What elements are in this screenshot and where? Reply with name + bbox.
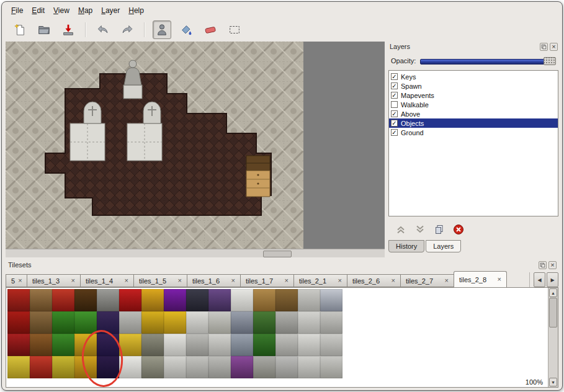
menu-item-map[interactable]: Map bbox=[74, 5, 97, 16]
tileset-tile[interactable] bbox=[30, 289, 52, 311]
tileset-tile[interactable] bbox=[52, 289, 74, 311]
tileset-tile[interactable] bbox=[208, 311, 231, 334]
tab-close-icon[interactable]: × bbox=[392, 277, 395, 284]
map-canvas[interactable] bbox=[6, 42, 303, 249]
tileset-tile[interactable] bbox=[119, 356, 141, 378]
tileset-tab-tiles_1_6[interactable]: tiles_1_6× bbox=[187, 274, 240, 287]
layer-row-above[interactable]: ✓Above bbox=[389, 109, 558, 118]
checkbox-above[interactable]: ✓ bbox=[391, 110, 398, 117]
tileset-tile[interactable] bbox=[74, 356, 97, 378]
tileset-tile[interactable] bbox=[208, 289, 231, 311]
tab-close-icon[interactable]: × bbox=[498, 276, 501, 283]
tileset-tile[interactable] bbox=[253, 356, 275, 378]
tileset-tile[interactable] bbox=[141, 311, 164, 334]
tileset-tab-tiles_1_3[interactable]: tiles_1_3× bbox=[27, 274, 80, 287]
menu-item-layer[interactable]: Layer bbox=[97, 5, 124, 16]
tileset-tile[interactable] bbox=[186, 311, 208, 334]
tileset-tab-tiles_2_6[interactable]: tiles_2_6× bbox=[347, 274, 400, 287]
tileset-tile[interactable] bbox=[7, 289, 30, 311]
tab-close-icon[interactable]: × bbox=[285, 277, 289, 284]
tileset-tile[interactable] bbox=[74, 289, 97, 311]
close-panel-icon[interactable]: × bbox=[548, 261, 557, 269]
tileset-tile[interactable] bbox=[164, 356, 186, 378]
select-tool-button[interactable] bbox=[225, 20, 244, 39]
map-hscroll-thumb[interactable] bbox=[263, 251, 292, 257]
tab-close-icon[interactable]: × bbox=[71, 277, 75, 284]
save-button[interactable] bbox=[59, 20, 78, 39]
tileset-tile[interactable] bbox=[141, 356, 164, 378]
tileset-tab-tiles_2_7[interactable]: tiles_2_7× bbox=[400, 274, 454, 287]
tileset-tile[interactable] bbox=[52, 356, 74, 378]
tab-scroll-right-icon[interactable]: ▶ bbox=[547, 272, 558, 287]
tileset-tile[interactable] bbox=[298, 311, 320, 334]
tileset-tile[interactable] bbox=[231, 334, 253, 356]
tileset-tile[interactable] bbox=[7, 334, 30, 356]
tileset-tile[interactable] bbox=[164, 334, 186, 356]
menu-item-file[interactable]: File bbox=[7, 5, 27, 16]
layer-row-ground[interactable]: ✓Ground bbox=[389, 128, 558, 137]
tileset-tile[interactable] bbox=[320, 311, 342, 334]
tileset-tile[interactable] bbox=[275, 289, 298, 311]
tileset-tile[interactable] bbox=[7, 356, 30, 378]
tileset-tile[interactable] bbox=[7, 311, 30, 334]
tileset-tile[interactable] bbox=[74, 311, 97, 334]
checkbox-keys[interactable]: ✓ bbox=[391, 73, 398, 80]
checkbox-ground[interactable]: ✓ bbox=[391, 129, 398, 136]
tileset-tile[interactable] bbox=[119, 311, 141, 334]
tab-close-icon[interactable]: × bbox=[125, 277, 128, 284]
tileset-tile[interactable] bbox=[231, 311, 253, 334]
tileset-tile[interactable] bbox=[52, 334, 74, 356]
tab-close-icon[interactable]: × bbox=[338, 277, 342, 284]
tileset-tile[interactable] bbox=[186, 356, 208, 378]
eraser-tool-button[interactable] bbox=[201, 20, 220, 39]
layer-duplicate-button[interactable] bbox=[433, 223, 445, 236]
layer-row-keys[interactable]: ✓Keys bbox=[389, 72, 558, 81]
layer-row-walkable[interactable]: Walkable bbox=[389, 100, 558, 109]
tileset-tile[interactable] bbox=[164, 311, 186, 334]
tileset-tile[interactable] bbox=[275, 311, 298, 334]
tileset-tile[interactable] bbox=[52, 311, 74, 334]
tileset-tile[interactable] bbox=[231, 289, 253, 311]
tileset-tile[interactable] bbox=[275, 356, 298, 378]
checkbox-objects[interactable]: ✓ bbox=[391, 120, 398, 127]
opacity-slider-track[interactable] bbox=[420, 59, 555, 65]
checkbox-mapevents[interactable]: ✓ bbox=[391, 92, 398, 99]
float-panel-icon[interactable] bbox=[539, 261, 547, 269]
new-file-button[interactable] bbox=[11, 20, 29, 39]
tileset-tile[interactable] bbox=[208, 356, 231, 378]
tileset-tile[interactable] bbox=[74, 334, 97, 356]
tab-close-icon[interactable]: × bbox=[18, 277, 22, 284]
scroll-down-icon[interactable]: ▼ bbox=[549, 378, 557, 386]
layer-row-spawn[interactable]: ✓Spawn bbox=[389, 81, 558, 91]
menu-item-help[interactable]: Help bbox=[124, 5, 148, 16]
tab-scroll-left-icon[interactable]: ◀ bbox=[534, 272, 545, 287]
tileset-tile[interactable] bbox=[119, 334, 141, 356]
layer-move-up-button[interactable] bbox=[395, 223, 407, 236]
tab-close-icon[interactable]: × bbox=[231, 277, 235, 284]
tileset-tile[interactable] bbox=[208, 334, 231, 356]
tileset-tile[interactable] bbox=[186, 334, 208, 356]
tileset-vscroll-thumb[interactable] bbox=[549, 298, 557, 327]
tileset-tile[interactable] bbox=[253, 289, 275, 311]
tileset-tile[interactable] bbox=[141, 289, 164, 311]
tileset-tile[interactable] bbox=[253, 334, 275, 356]
float-panel-icon[interactable] bbox=[540, 43, 548, 51]
opacity-slider-handle[interactable] bbox=[544, 57, 556, 65]
open-button[interactable] bbox=[35, 20, 53, 39]
tileset-tab-tiles_1_5[interactable]: tiles_1_5× bbox=[133, 274, 187, 287]
scroll-up-icon[interactable]: ▲ bbox=[549, 288, 557, 297]
tileset-tile[interactable] bbox=[30, 356, 52, 378]
tileset-tab-5[interactable]: 5× bbox=[6, 274, 27, 287]
close-panel-icon[interactable]: × bbox=[550, 43, 558, 51]
tileset-tile[interactable] bbox=[30, 311, 52, 334]
tab-close-icon[interactable]: × bbox=[445, 277, 449, 284]
tileset-tile[interactable] bbox=[298, 356, 320, 378]
tileset-tab-tiles_2_1[interactable]: tiles_2_1× bbox=[293, 274, 347, 287]
tileset-tile[interactable] bbox=[320, 289, 342, 311]
tileset-tile[interactable] bbox=[298, 334, 320, 356]
tileset-tile[interactable] bbox=[164, 289, 186, 311]
entity-tool-button[interactable] bbox=[153, 20, 171, 39]
tileset-tile[interactable] bbox=[320, 334, 342, 356]
tileset-tile[interactable] bbox=[97, 311, 119, 334]
fill-tool-button[interactable] bbox=[177, 20, 195, 39]
